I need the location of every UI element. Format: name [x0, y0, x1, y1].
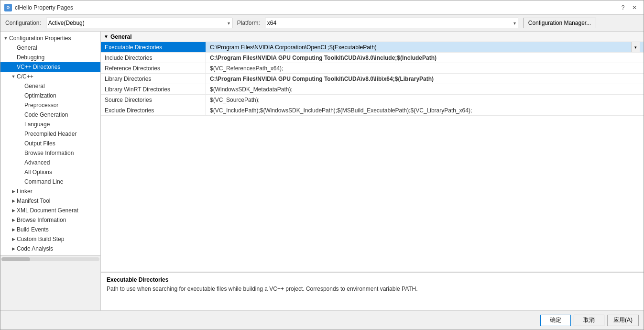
props-section-header: ▼General [101, 32, 644, 42]
scroll-track [1, 257, 99, 261]
tree-arrow-custom-build: ▶ [10, 237, 17, 242]
props-grid: ▼GeneralExecutable DirectoriesC:\Program… [101, 32, 644, 272]
tree-item-text-optimization: Optimization [24, 92, 56, 99]
tree-item-text-build-events: Build Events [17, 226, 49, 233]
props-row-reference-dirs[interactable]: Reference Directories$(VC_ReferencesPath… [101, 63, 644, 74]
tree-item-text-linker: Linker [17, 188, 33, 195]
tree-item-general[interactable]: General [0, 43, 100, 53]
title-bar-left: ⚙ clHello Property Pages [4, 4, 73, 11]
tree-item-text-general: General [17, 44, 37, 51]
tree-item-xml-doc[interactable]: ▶XML Document Generat [0, 206, 100, 215]
tree-item-output-files[interactable]: Output Files [0, 139, 100, 148]
description-panel: Executable Directories Path to use when … [101, 272, 644, 310]
props-value-source-dirs: $(VC_SourcePath); [206, 95, 644, 105]
tree-item-text-config-props: Configuration Properties [9, 35, 71, 42]
tree-item-config-props[interactable]: ▼Configuration Properties [0, 33, 100, 43]
props-row-library-dirs[interactable]: Library DirectoriesC:\Program Files\NVID… [101, 74, 644, 84]
section-collapse-icon[interactable]: ▼ [104, 34, 109, 39]
tree-item-text-debugging: Debugging [17, 54, 44, 61]
tree-item-build-events[interactable]: ▶Build Events [0, 225, 100, 234]
config-value: Active(Debug) [48, 20, 85, 26]
tree-item-text-c-cpp: C/C++ [17, 73, 33, 80]
tree-item-browse-info2[interactable]: ▶Browse Information [0, 215, 100, 225]
props-value-library-dirs: C:\Program Files\NVIDIA GPU Computing To… [206, 74, 644, 84]
props-dropdown-btn-executable-dirs[interactable]: ▾ [631, 42, 640, 52]
tree-item-code-analysis[interactable]: ▶Code Analysis [0, 244, 100, 253]
props-name-library-dirs: Library Directories [101, 74, 206, 84]
apply-button[interactable]: 应用(A) [607, 315, 639, 326]
tree-arrow-c-cpp: ▼ [10, 74, 17, 79]
props-value-reference-dirs: $(VC_ReferencesPath_x64); [206, 63, 644, 73]
tree-scrollbar[interactable] [0, 255, 100, 262]
platform-dropdown-arrow: ▾ [513, 21, 516, 26]
cancel-button[interactable]: 取消 [574, 315, 604, 326]
tree-item-precompiled-header[interactable]: Precompiled Header [0, 129, 100, 139]
props-value-text-exclude-dirs: $(VC_IncludePath);$(WindowsSDK_IncludePa… [210, 107, 472, 114]
tree-item-vc-directories[interactable]: VC++ Directories [0, 62, 100, 72]
tree-item-text-browse-info2: Browse Information [17, 217, 66, 223]
props-name-executable-dirs: Executable Directories [101, 42, 206, 52]
props-name-exclude-dirs: Exclude Directories [101, 105, 206, 115]
tree-item-manifest-tool[interactable]: ▶Manifest Tool [0, 196, 100, 206]
tree-item-command-line[interactable]: Command Line [0, 177, 100, 187]
platform-dropdown[interactable]: x64 ▾ [265, 18, 518, 28]
tree-item-text-manifest-tool: Manifest Tool [17, 198, 50, 204]
tree-arrow-config-props: ▼ [2, 36, 9, 41]
props-row-library-winrt-dirs[interactable]: Library WinRT Directories$(WindowsSDK_Me… [101, 84, 644, 95]
props-name-reference-dirs: Reference Directories [101, 63, 206, 73]
tree-item-text-all-options: All Options [24, 169, 52, 176]
platform-label: Platform: [237, 20, 260, 26]
config-dropdown[interactable]: Active(Debug) ▾ [46, 18, 232, 28]
bottom-panel: 确定 取消 应用(A) [0, 310, 644, 330]
tree-arrow-manifest-tool: ▶ [10, 198, 17, 203]
tree-item-custom-build[interactable]: ▶Custom Build Step [0, 234, 100, 244]
tree-arrow-code-analysis: ▶ [10, 246, 17, 251]
title-bar: ⚙ clHello Property Pages ? ✕ [0, 0, 644, 15]
tree-arrow-build-events: ▶ [10, 227, 17, 232]
tree-item-text-command-line: Command Line [24, 178, 63, 185]
window-title: clHello Property Pages [15, 4, 73, 11]
description-title: Executable Directories [107, 276, 638, 283]
ok-button[interactable]: 确定 [540, 315, 571, 326]
tree-item-code-generation[interactable]: Code Generation [0, 110, 100, 120]
props-row-executable-dirs[interactable]: Executable DirectoriesC:\Program Files\N… [101, 42, 644, 53]
tree-item-language[interactable]: Language [0, 120, 100, 129]
props-row-exclude-dirs[interactable]: Exclude Directories$(VC_IncludePath);$(W… [101, 105, 644, 116]
tree-item-text-code-generation: Code Generation [24, 111, 68, 118]
config-label: Configuration: [5, 20, 41, 26]
tree-item-text-advanced: Advanced [24, 159, 50, 166]
props-value-text-reference-dirs: $(VC_ReferencesPath_x64); [210, 65, 283, 72]
tree-item-cpp-general[interactable]: General [0, 81, 100, 91]
title-bar-controls: ? ✕ [618, 2, 640, 13]
props-row-include-dirs[interactable]: Include DirectoriesC:\Program Files\NVID… [101, 53, 644, 63]
close-button[interactable]: ✕ [629, 2, 640, 13]
toolbar: Configuration: Active(Debug) ▾ Platform:… [0, 15, 644, 32]
tree-item-advanced[interactable]: Advanced [0, 158, 100, 167]
section-title: General [110, 33, 132, 40]
main-content: ▼Configuration PropertiesGeneralDebuggin… [0, 32, 644, 310]
tree-item-text-output-files: Output Files [24, 140, 55, 147]
tree-item-debugging[interactable]: Debugging [0, 53, 100, 62]
tree-item-browse-info[interactable]: Browse Information [0, 148, 100, 158]
tree-item-optimization[interactable]: Optimization [0, 91, 100, 100]
help-button[interactable]: ? [618, 2, 628, 13]
props-value-library-winrt-dirs: $(WindowsSDK_MetadataPath); [206, 84, 644, 94]
tree-item-all-options[interactable]: All Options [0, 167, 100, 177]
props-name-library-winrt-dirs: Library WinRT Directories [101, 84, 206, 94]
tree-arrow-browse-info2: ▶ [10, 218, 17, 222]
tree-item-text-cpp-general: General [24, 83, 45, 89]
main-window: ⚙ clHello Property Pages ? ✕ Configurati… [0, 0, 644, 330]
tree-item-text-code-analysis: Code Analysis [17, 245, 53, 252]
config-dropdown-arrow: ▾ [228, 21, 230, 26]
scroll-thumb [1, 257, 30, 261]
tree-item-preprocessor[interactable]: Preprocessor [0, 100, 100, 110]
props-row-source-dirs[interactable]: Source Directories$(VC_SourcePath); [101, 95, 644, 105]
description-text: Path to use when searching for executabl… [107, 285, 638, 293]
tree-item-c-cpp[interactable]: ▼C/C++ [0, 72, 100, 81]
config-manager-button[interactable]: Configuration Manager... [523, 18, 596, 28]
tree-panel: ▼Configuration PropertiesGeneralDebuggin… [0, 32, 101, 255]
tree-item-text-vc-directories: VC++ Directories [17, 64, 60, 70]
tree-item-linker[interactable]: ▶Linker [0, 187, 100, 196]
tree-arrow-linker: ▶ [10, 189, 17, 194]
tree-item-text-browse-info: Browse Information [24, 150, 74, 156]
